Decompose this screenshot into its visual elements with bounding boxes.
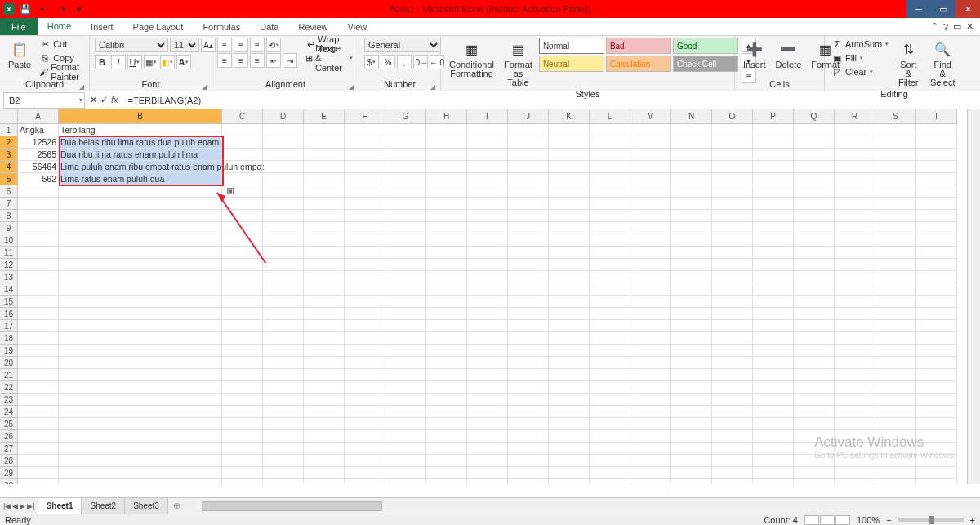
cell[interactable] xyxy=(549,283,590,296)
cell[interactable] xyxy=(304,308,345,320)
cell[interactable] xyxy=(916,247,957,259)
cell[interactable] xyxy=(835,259,875,271)
cell[interactable] xyxy=(59,247,222,259)
cell[interactable] xyxy=(18,394,59,406)
insert-function-icon[interactable]: fx xyxy=(111,95,118,105)
cell[interactable] xyxy=(263,406,304,418)
cell[interactable] xyxy=(916,124,957,136)
cell[interactable] xyxy=(222,320,263,332)
cell[interactable] xyxy=(794,173,835,185)
clear-button[interactable]: ◸Clear▾ xyxy=(830,65,890,78)
cell[interactable] xyxy=(916,418,957,430)
cell[interactable] xyxy=(59,430,222,443)
cell[interactable] xyxy=(630,308,671,320)
cell[interactable] xyxy=(875,296,916,308)
cell[interactable] xyxy=(712,430,753,443)
cell[interactable] xyxy=(875,320,916,332)
cell[interactable] xyxy=(222,149,263,161)
zoom-slider[interactable] xyxy=(898,518,964,522)
cell[interactable] xyxy=(59,455,222,467)
cell[interactable] xyxy=(508,308,549,320)
cell[interactable] xyxy=(835,357,875,369)
cell[interactable] xyxy=(916,271,957,283)
cell[interactable] xyxy=(222,222,263,234)
cell[interactable] xyxy=(59,369,222,381)
cell[interactable] xyxy=(712,357,753,369)
cell[interactable] xyxy=(549,357,590,369)
cell[interactable] xyxy=(671,136,712,149)
zoom-out-icon[interactable]: − xyxy=(886,515,891,525)
cell[interactable] xyxy=(794,161,835,173)
cell[interactable] xyxy=(508,345,549,357)
cell[interactable] xyxy=(426,149,467,161)
cell[interactable] xyxy=(630,234,671,247)
cancel-formula-icon[interactable]: ✕ xyxy=(90,95,97,105)
cell[interactable] xyxy=(630,320,671,332)
cell[interactable] xyxy=(304,136,345,149)
cell[interactable] xyxy=(508,296,549,308)
cell[interactable] xyxy=(345,455,385,467)
cell[interactable] xyxy=(426,479,467,484)
cell[interactable] xyxy=(222,369,263,381)
column-header[interactable]: A xyxy=(18,109,59,124)
cell[interactable] xyxy=(549,308,590,320)
cell[interactable] xyxy=(875,443,916,455)
cell[interactable] xyxy=(794,381,835,394)
cell[interactable] xyxy=(875,124,916,136)
cell[interactable] xyxy=(59,320,222,332)
cell[interactable] xyxy=(263,149,304,161)
align-middle-icon[interactable]: ≡ xyxy=(234,38,248,52)
cell[interactable] xyxy=(59,332,222,345)
vertical-scrollbar[interactable] xyxy=(967,109,980,484)
cell[interactable] xyxy=(263,332,304,345)
cell[interactable] xyxy=(753,357,794,369)
row-header[interactable]: 23 xyxy=(0,394,18,406)
cell[interactable] xyxy=(222,296,263,308)
cell[interactable] xyxy=(916,149,957,161)
cell[interactable] xyxy=(753,332,794,345)
cell[interactable] xyxy=(630,149,671,161)
cell[interactable] xyxy=(222,479,263,484)
cell[interactable] xyxy=(794,443,835,455)
cell[interactable] xyxy=(549,173,590,185)
cell[interactable] xyxy=(18,369,59,381)
cell[interactable] xyxy=(835,320,875,332)
cell[interactable] xyxy=(59,234,222,247)
cell[interactable] xyxy=(712,210,753,222)
cell[interactable] xyxy=(835,149,875,161)
cell[interactable] xyxy=(671,443,712,455)
cell[interactable] xyxy=(467,357,508,369)
cell[interactable] xyxy=(835,418,875,430)
cell[interactable] xyxy=(916,381,957,394)
column-header[interactable]: R xyxy=(835,109,875,124)
cell[interactable] xyxy=(590,247,630,259)
cell[interactable] xyxy=(835,430,875,443)
cell[interactable] xyxy=(590,357,630,369)
cell[interactable] xyxy=(916,443,957,455)
cell[interactable] xyxy=(385,198,426,210)
cell[interactable] xyxy=(835,345,875,357)
cell[interactable] xyxy=(263,124,304,136)
column-header[interactable]: Q xyxy=(794,109,835,124)
cell[interactable] xyxy=(222,259,263,271)
cell[interactable] xyxy=(263,296,304,308)
cell[interactable] xyxy=(630,332,671,345)
cell[interactable] xyxy=(549,161,590,173)
cell[interactable] xyxy=(712,455,753,467)
cell[interactable] xyxy=(671,210,712,222)
sheet-tab-3[interactable]: Sheet3 xyxy=(125,498,168,514)
insert-cells-button[interactable]: ➕Insert xyxy=(740,38,769,71)
cell[interactable] xyxy=(753,173,794,185)
cell[interactable] xyxy=(671,234,712,247)
cell[interactable] xyxy=(753,345,794,357)
cell[interactable] xyxy=(304,296,345,308)
cell[interactable]: Dua belas ribu lima ratus dua puluh enam xyxy=(59,136,222,149)
sheet-tab-1[interactable]: Sheet1 xyxy=(38,498,82,514)
last-sheet-icon[interactable]: ▶| xyxy=(27,502,34,510)
cell[interactable] xyxy=(630,369,671,381)
cell[interactable] xyxy=(549,369,590,381)
cell[interactable] xyxy=(753,394,794,406)
cell[interactable] xyxy=(304,247,345,259)
cell[interactable] xyxy=(263,308,304,320)
row-header[interactable]: 26 xyxy=(0,430,18,443)
